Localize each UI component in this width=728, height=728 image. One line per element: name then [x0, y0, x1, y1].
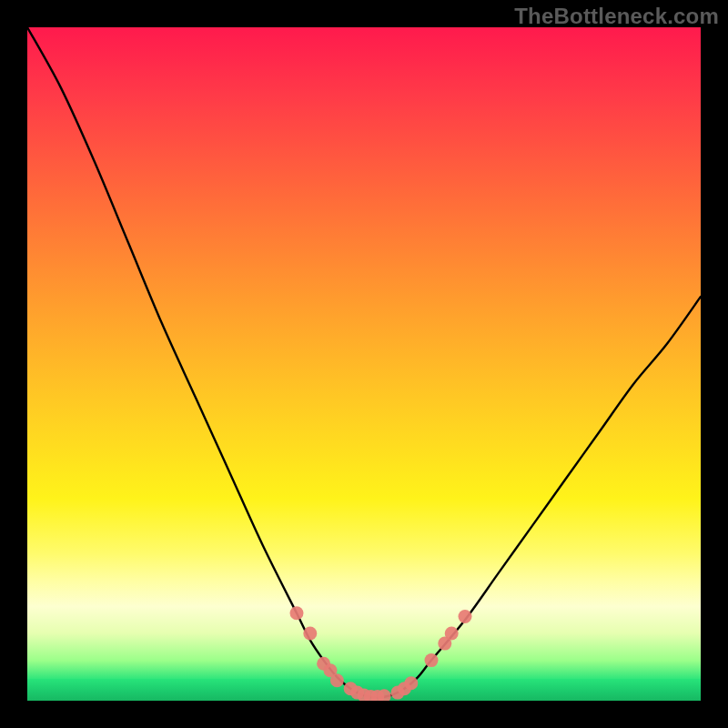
curve-markers — [290, 606, 472, 701]
curve-marker — [290, 606, 304, 620]
curve-marker — [404, 676, 418, 690]
curve-marker — [459, 610, 472, 623]
curve-marker — [425, 653, 439, 667]
plot-area — [27, 27, 701, 701]
chart-frame: TheBottleneck.com — [0, 0, 728, 728]
curve-marker — [303, 627, 317, 641]
watermark-text: TheBottleneck.com — [514, 4, 719, 29]
bottleneck-curve — [27, 27, 701, 697]
curve-marker — [445, 627, 459, 641]
chart-svg — [27, 27, 701, 701]
curve-marker — [330, 673, 344, 687]
